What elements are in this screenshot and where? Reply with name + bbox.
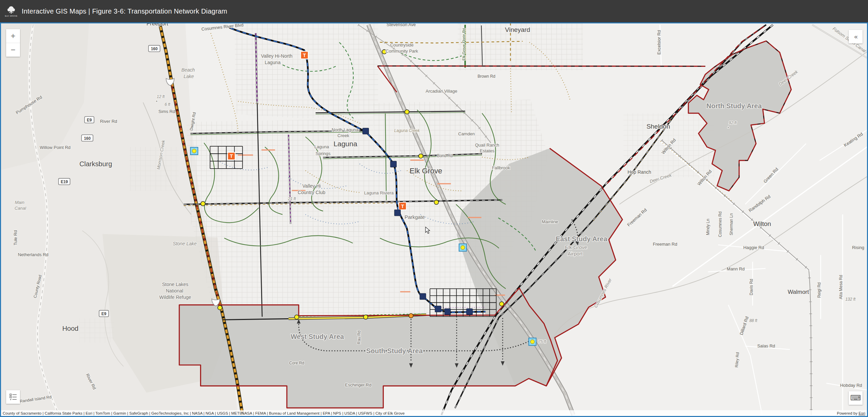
svg-text:Laguna Riviera: Laguna Riviera	[364, 190, 394, 195]
svg-text:E9: E9	[87, 118, 92, 122]
svg-text:West Study Area: West Study Area	[291, 333, 344, 340]
svg-text:Valley Hi: Valley Hi	[302, 184, 321, 189]
svg-text:Laguna Creek: Laguna Creek	[394, 128, 420, 133]
header-bar: ELK GROVE Interactive GIS Maps | Figure …	[0, 0, 868, 22]
esri-link[interactable]: Esri	[859, 411, 865, 415]
svg-text:88 ft: 88 ft	[749, 318, 757, 323]
svg-text:Rau Rd: Rau Rd	[357, 330, 361, 344]
keyboard-shortcuts-button[interactable]: ⌨	[849, 391, 863, 405]
layer-list-icon	[9, 394, 17, 400]
powered-by: Powered by Esri	[837, 411, 865, 415]
svg-text:Countryside: Countryside	[390, 42, 414, 48]
tree-icon	[6, 6, 16, 15]
svg-text:East Study Area: East Study Area	[556, 235, 608, 243]
svg-text:Stone Lakes: Stone Lakes	[162, 282, 189, 287]
svg-text:Sheldon: Sheldon	[647, 123, 670, 130]
logo-text: ELK GROVE	[5, 15, 17, 17]
svg-text:Laguna: Laguna	[314, 144, 329, 149]
svg-text:Quail Ranch: Quail Ranch	[475, 143, 499, 148]
attribution-bar: County of Sacramento | California State …	[1, 410, 867, 416]
svg-text:▴: ▴	[156, 99, 158, 102]
svg-text:132 ft: 132 ft	[845, 297, 856, 302]
svg-text:Willow Point Rd: Willow Point Rd	[40, 145, 71, 150]
attribution-sources: County of Sacramento | California State …	[3, 411, 405, 415]
svg-text:Clarksburg: Clarksburg	[79, 160, 112, 168]
svg-text:Mainline: Mainline	[542, 219, 558, 224]
svg-text:Lake: Lake	[184, 74, 194, 79]
svg-text:160: 160	[151, 46, 158, 51]
svg-text:21 ft: 21 ft	[288, 196, 296, 201]
svg-text:E9: E9	[101, 311, 106, 316]
svg-text:Sims Rd: Sims Rd	[158, 109, 175, 114]
svg-text:▴: ▴	[728, 125, 729, 129]
zoom-out-button[interactable]: −	[6, 43, 20, 57]
svg-text:Excelsior Rd: Excelsior Rd	[656, 30, 662, 55]
keyboard-icon: ⌨	[850, 394, 861, 402]
collapse-panel-button[interactable]: ‹‹	[849, 30, 863, 43]
svg-text:Fallbrook: Fallbrook	[492, 165, 510, 170]
svg-text:North Study Area: North Study Area	[706, 102, 762, 110]
zoom-control: + −	[6, 29, 20, 57]
svg-text:Camden: Camden	[458, 131, 475, 136]
svg-text:Hood: Hood	[62, 325, 79, 332]
svg-text:Beach: Beach	[181, 67, 195, 73]
svg-text:Freeman Rd: Freeman Rd	[653, 242, 677, 247]
svg-text:Wilton: Wilton	[753, 220, 771, 227]
svg-text:T: T	[401, 203, 404, 209]
svg-text:Eschinger Rd: Eschinger Rd	[345, 382, 372, 387]
chevron-left-double-icon: ‹‹	[854, 33, 857, 40]
svg-text:Elk Grove Florin Rd: Elk Grove Florin Rd	[462, 28, 466, 60]
svg-text:Netherlands Rd: Netherlands Rd	[18, 252, 48, 257]
svg-text:Core Rd: Core Rd	[289, 361, 304, 365]
svg-text:Airport: Airport	[568, 251, 583, 257]
svg-text:Wildlife Refuge: Wildlife Refuge	[159, 295, 191, 300]
svg-text:Elk Grove: Elk Grove	[410, 167, 442, 175]
svg-text:Stevenson Ave: Stevenson Ave	[387, 23, 416, 27]
legend-button[interactable]	[6, 390, 20, 404]
svg-text:Hop Ranch: Hop Ranch	[628, 169, 651, 175]
svg-text:Main: Main	[15, 200, 24, 205]
svg-text:Sherman Ln: Sherman Ln	[729, 213, 734, 235]
svg-text:Country Club: Country Club	[298, 190, 326, 195]
svg-text:E19: E19	[61, 179, 68, 184]
svg-text:Valley Hi-North: Valley Hi-North	[261, 53, 293, 59]
svg-text:Mindy Ln: Mindy Ln	[706, 219, 710, 235]
svg-text:Parkgate: Parkgate	[405, 214, 425, 220]
svg-text:12 ft: 12 ft	[157, 94, 165, 99]
svg-text:Laguna: Laguna	[334, 140, 357, 148]
svg-text:Community Park: Community Park	[386, 49, 418, 54]
svg-text:Haggie Rd: Haggie Rd	[743, 245, 764, 250]
svg-text:6 ft: 6 ft	[165, 102, 171, 107]
svg-text:160: 160	[84, 136, 91, 141]
elk-grove-logo: ELK GROVE	[5, 6, 17, 17]
svg-text:Creek: Creek	[337, 133, 349, 138]
svg-text:T: T	[230, 153, 233, 159]
page-title: Interactive GIS Maps | Figure 3-6: Trans…	[22, 7, 227, 15]
svg-text:South Study Area: South Study Area	[366, 347, 423, 355]
svg-text:Brown Rd: Brown Rd	[477, 74, 495, 79]
svg-text:Canal: Canal	[15, 206, 26, 211]
svg-text:Springs: Springs	[316, 151, 331, 156]
svg-text:Bond Rd: Bond Rd	[437, 153, 453, 158]
svg-text:T: T	[303, 52, 306, 58]
svg-text:Vineyard: Vineyard	[505, 26, 530, 33]
svg-text:North Laguna: North Laguna	[332, 127, 358, 132]
svg-text:Salas Rd: Salas Rd	[757, 343, 775, 348]
svg-text:Walmort: Walmort	[788, 289, 809, 295]
map-frame: 160160E9E9E19TTTFreeportClarksburgHoodLa…	[0, 22, 868, 417]
svg-text:Arcadian Village: Arcadian Village	[426, 89, 457, 94]
svg-text:92 ft: 92 ft	[729, 120, 737, 125]
svg-text:Laguna: Laguna	[265, 60, 281, 65]
svg-text:Freeport: Freeport	[146, 23, 168, 27]
svg-text:Tule Rd: Tule Rd	[13, 230, 18, 245]
svg-text:Elk Grove: Elk Grove	[565, 244, 587, 250]
map-canvas[interactable]: 160160E9E9E19TTTFreeportClarksburgHoodLa…	[1, 23, 867, 416]
svg-text:Stone Lake: Stone Lake	[173, 241, 197, 246]
zoom-in-button[interactable]: +	[6, 29, 20, 43]
svg-text:Cosumnes Rd: Cosumnes Rd	[718, 211, 723, 237]
svg-text:National: National	[166, 288, 183, 293]
svg-text:75 ft: 75 ft	[538, 339, 547, 344]
svg-text:River Rd: River Rd	[100, 119, 117, 124]
svg-text:Hobday Rd: Hobday Rd	[840, 383, 862, 388]
svg-text:Reigl Rd: Reigl Rd	[817, 282, 822, 298]
